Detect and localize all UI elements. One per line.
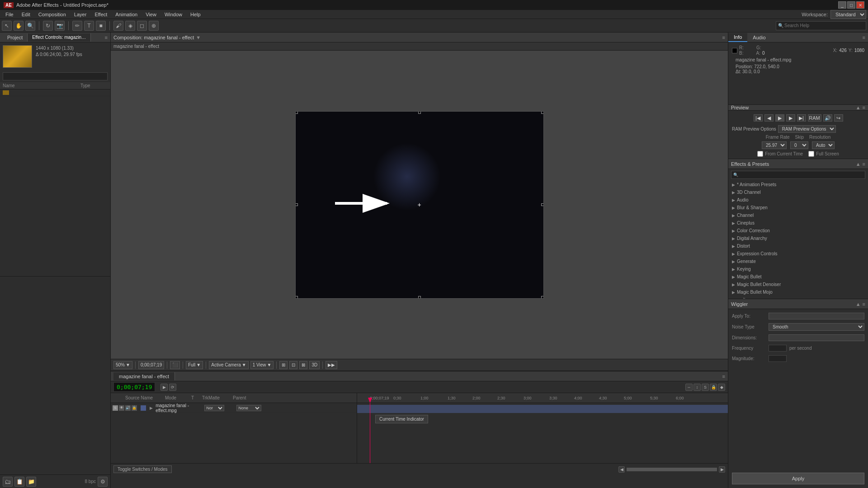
new-item-btn[interactable]: 🗂 — [3, 477, 13, 487]
maximize-button[interactable]: □ — [847, 1, 855, 9]
shape-tool[interactable]: ■ — [96, 21, 106, 31]
effect-maltaannon[interactable]: ▶ maltaannon.com — [728, 296, 868, 299]
menu-file[interactable]: File — [2, 11, 17, 18]
play-pause-btn[interactable]: ▶ — [775, 114, 784, 122]
new-folder-btn[interactable]: 📁 — [26, 477, 36, 487]
minimize-button[interactable]: _ — [838, 1, 846, 9]
project-panel-close[interactable]: ≡ — [105, 35, 108, 40]
preview-close[interactable]: ≡ — [863, 105, 865, 110]
tab-project[interactable]: Project — [3, 33, 28, 42]
loop-mode-btn[interactable]: ↪ — [834, 114, 843, 122]
play-btn[interactable]: ▶ — [160, 384, 168, 391]
layer-solo-btn[interactable]: S — [113, 405, 118, 411]
effect-channel[interactable]: ▶ Channel — [728, 211, 868, 219]
dimensions-input[interactable] — [769, 334, 864, 341]
fast-preview-btn[interactable]: ▶▶ — [326, 361, 337, 369]
playhead[interactable] — [370, 403, 370, 463]
layer-visibility-btn[interactable]: 👁 — [119, 405, 124, 411]
skip-to-end-btn[interactable]: ▶| — [797, 114, 806, 122]
menu-layer[interactable]: Layer — [71, 11, 90, 18]
hand-tool[interactable]: ✋ — [14, 21, 24, 31]
effect-animation-presets[interactable]: ▶ * Animation Presets — [728, 181, 868, 188]
layout-dropdown[interactable]: 1 View ▼ — [250, 361, 274, 369]
menu-effect[interactable]: Effect — [91, 11, 111, 18]
3d-btn[interactable]: 3D — [309, 361, 320, 369]
magnitude-input[interactable]: 0 — [769, 355, 787, 362]
effect-expression-controls[interactable]: ▶ Expression Controls — [728, 250, 868, 258]
menu-window[interactable]: Window — [161, 11, 186, 18]
table-row[interactable]: S 👁 🔊 🔒 ▶ magazine fanal - effect.mpg — [111, 403, 357, 413]
layer-audio-btn[interactable]: 🔊 — [125, 405, 131, 411]
effect-magic-bullet-denoiser[interactable]: ▶ Magic Bullet Denoiser — [728, 281, 868, 288]
transform-btn[interactable]: ⊠ — [299, 361, 307, 369]
settings-btn[interactable]: ⚙ — [98, 477, 108, 487]
effect-blur-sharpen[interactable]: ▶ Blur & Sharpen — [728, 204, 868, 211]
brush-tool[interactable]: 🖌 — [113, 21, 123, 31]
menu-view[interactable]: View — [142, 11, 160, 18]
toggle-switches-modes[interactable]: Toggle Switches / Modes — [113, 465, 172, 473]
pen-tool[interactable]: ✏ — [72, 21, 82, 31]
skip-dropdown[interactable]: 0 — [790, 141, 808, 149]
layer-mode-dropdown[interactable]: Nor — [204, 405, 224, 411]
layer-track-bar[interactable] — [357, 405, 728, 413]
tab-audio[interactable]: Audio — [747, 33, 771, 42]
list-item[interactable] — [0, 89, 110, 96]
menu-composition[interactable]: Composition — [35, 11, 70, 18]
camera-tool[interactable]: 📷 — [55, 21, 65, 31]
info-panel-close[interactable]: ≡ — [860, 35, 868, 40]
time-display[interactable]: 0;00;07;19 — [113, 382, 155, 392]
effect-magic-bullet[interactable]: ▶ Magic Bullet — [728, 273, 868, 281]
effect-audio[interactable]: ▶ Audio — [728, 196, 868, 204]
zoom-tool[interactable]: 🔍 — [25, 21, 35, 31]
timeline-panel-close[interactable]: ≡ — [722, 374, 725, 379]
preview-expand[interactable]: ▲ — [856, 105, 861, 110]
solo-btn[interactable]: S — [702, 384, 709, 391]
text-tool[interactable]: T — [84, 21, 94, 31]
search-help-input[interactable] — [784, 23, 864, 28]
timeline-scrollbar[interactable] — [627, 468, 717, 471]
workspace-dropdown[interactable]: Standard — [830, 10, 866, 19]
time-display-viewer[interactable]: 0;00;07;19 — [138, 361, 164, 369]
timeline-scroll-left[interactable]: ◀ — [618, 466, 625, 473]
apply-button[interactable]: Apply — [732, 473, 864, 484]
breadcrumb-item[interactable]: magazine fanal - effect — [113, 44, 159, 49]
wiggler-expand[interactable]: ▲ — [856, 301, 861, 307]
frequency-input[interactable]: 5.0 — [769, 345, 787, 352]
menu-animation[interactable]: Animation — [112, 11, 141, 18]
step-forward-btn[interactable]: ▶ — [786, 114, 795, 122]
zoom-dropdown[interactable]: 50% ▼ — [113, 361, 132, 369]
ram-preview-btn[interactable]: RAM — [808, 114, 821, 122]
noise-type-dropdown[interactable]: Smooth — [769, 323, 864, 331]
safe-zones-btn[interactable]: ⊡ — [289, 361, 297, 369]
menu-edit[interactable]: Edit — [18, 11, 34, 18]
tab-effect-controls[interactable]: Effect Controls: magazine fanal - effe..… — [28, 33, 91, 42]
skip-to-start-btn[interactable]: |◀ — [754, 114, 763, 122]
tab-info[interactable]: Info — [728, 33, 747, 42]
wiggler-close[interactable]: ≡ — [863, 301, 865, 307]
from-current-checkbox[interactable] — [757, 151, 763, 157]
new-composition-btn[interactable]: 📋 — [14, 477, 24, 487]
audio-btn[interactable]: 🔊 — [823, 114, 832, 122]
expand-btn[interactable]: ↔ — [685, 384, 693, 391]
effect-magic-bullet-mojo[interactable]: ▶ Magic Bullet Mojo — [728, 288, 868, 296]
render-btn[interactable]: ⬛ — [170, 361, 180, 369]
effects-close[interactable]: ≡ — [863, 161, 865, 167]
clone-tool[interactable]: ◈ — [125, 21, 135, 31]
view-dropdown[interactable]: Active Camera ▼ — [209, 361, 248, 369]
layer-expand-arrow[interactable]: ▶ — [150, 406, 153, 410]
loop-btn[interactable]: ⟳ — [169, 384, 176, 391]
effect-3d-channel[interactable]: ▶ 3D Channel — [728, 188, 868, 196]
timeline-scroll-right[interactable]: ▶ — [719, 466, 725, 473]
effect-keying[interactable]: ▶ Keying — [728, 265, 868, 273]
resolution-dropdown[interactable]: Auto — [812, 141, 835, 149]
collapse-btn[interactable]: ↕ — [693, 384, 701, 391]
effects-expand[interactable]: ▲ — [856, 161, 861, 167]
effects-search-input[interactable] — [738, 173, 863, 178]
markers-btn[interactable]: ◆ — [718, 384, 725, 391]
ram-preview-dropdown[interactable]: RAM Preview Options — [778, 125, 836, 133]
full-screen-checkbox[interactable] — [808, 151, 814, 157]
layer-trkmatte-dropdown[interactable]: None — [236, 405, 261, 411]
comp-panel-close[interactable]: ≡ — [722, 35, 725, 40]
apply-to-dropdown[interactable] — [769, 313, 864, 319]
effect-distort[interactable]: ▶ Distort — [728, 242, 868, 250]
